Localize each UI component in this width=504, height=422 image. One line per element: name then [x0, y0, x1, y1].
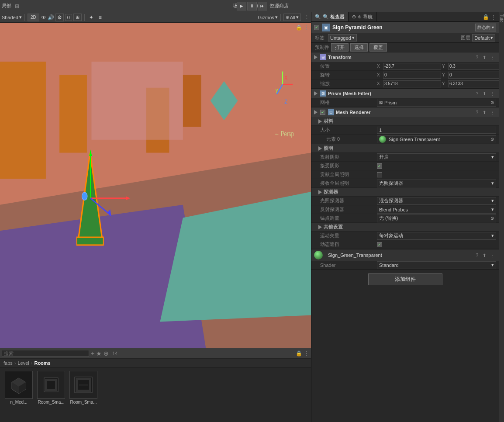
audio-icon[interactable]: 🔊 [48, 14, 54, 21]
material-settings-btn[interactable]: ⬆ [481, 253, 487, 258]
prefab-select-button[interactable]: 选择 [350, 43, 368, 52]
reflection-probe-dropdown[interactable]: Blend Probes ▾ [377, 206, 496, 214]
prefab-override-button[interactable]: 覆盖 [369, 43, 387, 52]
scene-overlay-icons: 🔒 ⋮ [296, 24, 309, 31]
anchor-target-btn[interactable]: ⊙ [490, 216, 494, 221]
receive-shadow-cb[interactable] [377, 163, 382, 169]
material-menu-btn[interactable]: ⋮ [489, 253, 496, 258]
material-ball-icon [379, 136, 386, 143]
lock3-icon[interactable]: 🔒 [483, 14, 489, 20]
list-item[interactable]: Room_Sma... [68, 371, 99, 405]
create-icon[interactable]: + [91, 350, 94, 357]
anchor-dropdown[interactable]: 无 (转换) ⊙ [377, 214, 496, 222]
add-component-button[interactable]: 添加组件 [368, 273, 442, 285]
lock-icon[interactable]: 🔒 [296, 24, 302, 31]
lighting-subheader[interactable]: 照明 [311, 144, 499, 153]
transform-menu-btn[interactable]: ⋮ [489, 55, 496, 60]
light-probe-dropdown[interactable]: 混合探测器 ▾ [377, 197, 496, 205]
meshrenderer-settings-btn[interactable]: ⬆ [481, 110, 487, 115]
eye-icon[interactable]: 👁 [41, 14, 46, 21]
lock2-icon[interactable]: 🔒 [296, 350, 302, 356]
meshfilter-header[interactable]: ⊠ Prism (Mesh Filter) ? ⬆ ⋮ [311, 89, 499, 98]
inspector-tabs: 🔍 🔍 检查器 ⊕ ⊕ 导航 🔒 ⋮ [311, 12, 499, 22]
cast-shadow-dropdown[interactable]: 开启 ▾ [377, 153, 496, 161]
rot-x-field: X [377, 72, 441, 79]
mat-size-input[interactable] [377, 127, 496, 134]
scene-view[interactable]: ← Persp X Y Z 🔒 ⋮ [0, 23, 311, 348]
materials-subheader[interactable]: 材料 [311, 117, 499, 126]
mesh-target-icon[interactable]: ⊙ [490, 100, 494, 105]
star-icon[interactable]: ★ [96, 350, 102, 357]
pos-x-input[interactable] [383, 63, 441, 70]
meshfilter-help-btn[interactable]: ? [474, 91, 480, 97]
list-item[interactable]: Room_Sma... [36, 371, 66, 405]
step-button[interactable]: ⏭ [258, 2, 267, 10]
transform-header[interactable]: ⊞ Transform ? ⬆ ⋮ [311, 52, 499, 62]
shaded-dropdown[interactable]: Shaded ▾ [2, 14, 22, 20]
more3-icon[interactable]: ⋮ [491, 14, 496, 20]
shader-dropdown[interactable]: Standard ▾ [377, 261, 496, 269]
contribute-gi-cb[interactable] [377, 172, 382, 177]
store-tab-label[interactable]: 资源商店 [266, 2, 292, 10]
scale-y-input[interactable] [448, 80, 499, 87]
bc-fabs[interactable]: fabs [3, 360, 13, 366]
fx-icon[interactable]: ⚙ [55, 14, 64, 21]
more-icon[interactable]: ⋮ [304, 14, 309, 20]
probes-subheader[interactable]: 探测器 [311, 188, 499, 197]
mat-elem-label: 元素 0 [320, 136, 377, 142]
play-button[interactable]: ▶ [237, 2, 246, 10]
bc-level[interactable]: Level [17, 360, 29, 366]
prefab-open-button[interactable]: 打开 [331, 43, 349, 52]
meshrenderer-enabled[interactable] [320, 110, 325, 115]
all-dropdown[interactable]: ⊕ All ▾ [283, 14, 301, 21]
meshfilter-menu-btn[interactable]: ⋮ [489, 91, 496, 97]
rot-x-input[interactable] [383, 72, 441, 79]
motion-vector-dropdown[interactable]: 每对象运动 ▾ [377, 232, 496, 240]
transform-help-btn[interactable]: ? [474, 55, 480, 60]
pos-y-input[interactable] [448, 63, 499, 70]
meshrenderer-help-btn[interactable]: ? [474, 110, 480, 115]
gizmos-dropdown[interactable]: Gizmos ▾ [258, 14, 277, 20]
meshrenderer-header[interactable]: ⊡ Mesh Renderer ? ⬆ ⋮ [311, 107, 499, 117]
bookmark-icon[interactable]: ⊕ [104, 350, 109, 357]
counter-icon[interactable]: 0 [65, 14, 72, 21]
meshrenderer-menu-btn[interactable]: ⋮ [489, 110, 496, 115]
material-target-btn[interactable]: ⊙ [490, 137, 494, 142]
sep3 [280, 14, 281, 21]
more-scene-icon[interactable]: ⋮ [304, 24, 309, 31]
sep2 [84, 14, 85, 21]
receive-gi-dropdown[interactable]: 光照探测器 ▾ [377, 180, 496, 187]
layer-dropdown[interactable]: Default ▾ [472, 34, 495, 42]
transform-icon[interactable]: ✦ [87, 14, 95, 21]
svg-text:X: X [284, 74, 287, 81]
dynamic-occlusion-cb[interactable] [377, 242, 382, 247]
rot-y-input[interactable] [448, 72, 499, 79]
tab-navigation[interactable]: ⊕ ⊕ 导航 [349, 12, 376, 21]
other-subheader[interactable]: 其他设置 [311, 223, 499, 232]
settings-icon[interactable]: ≡ [97, 14, 104, 21]
mesh-dropdown[interactable]: ⊠ Prism ⊙ [377, 99, 496, 107]
meshfilter-settings-btn[interactable]: ⬆ [481, 91, 487, 97]
mat-size-value [377, 127, 496, 134]
tab-inspector[interactable]: 🔍 🔍 检查器 [311, 12, 349, 21]
static-dropdown[interactable]: 静态的 ▾ [475, 24, 496, 31]
asset-label-0: n_Med... [10, 400, 28, 405]
pause-button[interactable]: ⏸ [247, 2, 257, 10]
material-field[interactable]: Sign Green Transparent ⊙ [377, 135, 496, 143]
2d-button[interactable]: 2D [28, 14, 39, 21]
svg-rect-5 [0, 62, 46, 179]
transform-settings-btn[interactable]: ⬆ [481, 55, 487, 60]
nav-icon: ⊕ [352, 14, 356, 20]
tag-dropdown[interactable]: Untagged ▾ [328, 34, 357, 42]
active-checkbox[interactable] [314, 25, 319, 30]
material-help-btn[interactable]: ? [474, 253, 480, 258]
bc-rooms[interactable]: Rooms [34, 360, 50, 366]
pos-x-label: X [377, 64, 382, 69]
search-input[interactable] [2, 350, 89, 357]
mesh-label: 网格 [320, 99, 377, 106]
light-probe-row: 光照探测器 混合探测器 ▾ [311, 197, 499, 205]
grid-view-icon[interactable]: ⊞ [73, 14, 82, 21]
list-item[interactable]: n_Med... [3, 371, 34, 405]
more2-icon[interactable]: ⋮ [304, 350, 309, 356]
scale-x-input[interactable] [383, 80, 441, 87]
